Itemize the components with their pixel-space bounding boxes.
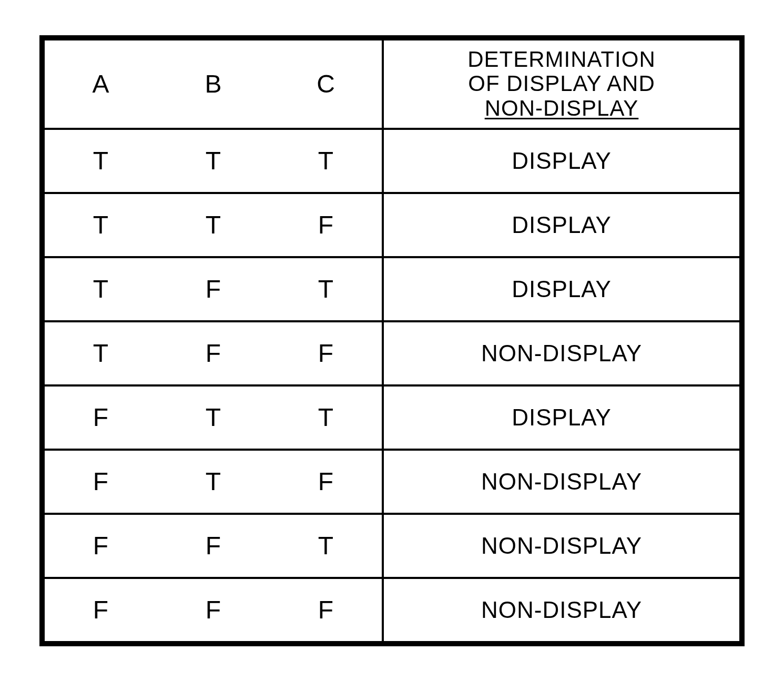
cell-c: T <box>270 514 383 578</box>
cell-a: T <box>44 321 157 385</box>
cell-b: T <box>157 193 270 257</box>
cell-a: T <box>44 193 157 257</box>
cell-b: F <box>157 321 270 385</box>
cell-det: NON-DISPLAY <box>383 514 740 578</box>
truth-table: A B C DETERMINATION OF DISPLAY AND NON-D… <box>39 35 745 646</box>
cell-det: NON-DISPLAY <box>383 578 740 642</box>
cell-c: T <box>270 257 383 321</box>
cell-b: F <box>157 578 270 642</box>
table-row: T T T DISPLAY <box>44 129 740 193</box>
header-a: A <box>44 39 157 129</box>
cell-det: NON-DISPLAY <box>383 321 740 385</box>
cell-det: DISPLAY <box>383 129 740 193</box>
cell-a: F <box>44 450 157 514</box>
cell-det: NON-DISPLAY <box>383 450 740 514</box>
cell-b: T <box>157 385 270 450</box>
cell-c: F <box>270 450 383 514</box>
cell-b: T <box>157 450 270 514</box>
cell-b: F <box>157 514 270 578</box>
cell-a: F <box>44 578 157 642</box>
cell-a: T <box>44 257 157 321</box>
cell-c: F <box>270 321 383 385</box>
cell-c: F <box>270 578 383 642</box>
header-det-line3: NON-DISPLAY <box>485 96 639 120</box>
header-determination: DETERMINATION OF DISPLAY AND NON-DISPLAY <box>383 39 740 129</box>
cell-det: DISPLAY <box>383 257 740 321</box>
table-row: T F F NON-DISPLAY <box>44 321 740 385</box>
cell-b: F <box>157 257 270 321</box>
table-row: T F T DISPLAY <box>44 257 740 321</box>
cell-a: F <box>44 514 157 578</box>
header-c: C <box>270 39 383 129</box>
cell-c: T <box>270 385 383 450</box>
cell-a: F <box>44 385 157 450</box>
cell-c: T <box>270 129 383 193</box>
header-det-line1: DETERMINATION <box>467 47 656 72</box>
header-det-line2: OF DISPLAY AND <box>468 71 655 96</box>
table-row: F F T NON-DISPLAY <box>44 514 740 578</box>
cell-a: T <box>44 129 157 193</box>
table-row: T T F DISPLAY <box>44 193 740 257</box>
cell-det: DISPLAY <box>383 385 740 450</box>
cell-b: T <box>157 129 270 193</box>
header-b: B <box>157 39 270 129</box>
table-row: F T T DISPLAY <box>44 385 740 450</box>
table-row: F T F NON-DISPLAY <box>44 450 740 514</box>
cell-c: F <box>270 193 383 257</box>
table-header-row: A B C DETERMINATION OF DISPLAY AND NON-D… <box>44 39 740 129</box>
table: A B C DETERMINATION OF DISPLAY AND NON-D… <box>43 38 741 643</box>
cell-det: DISPLAY <box>383 193 740 257</box>
table-row: F F F NON-DISPLAY <box>44 578 740 642</box>
